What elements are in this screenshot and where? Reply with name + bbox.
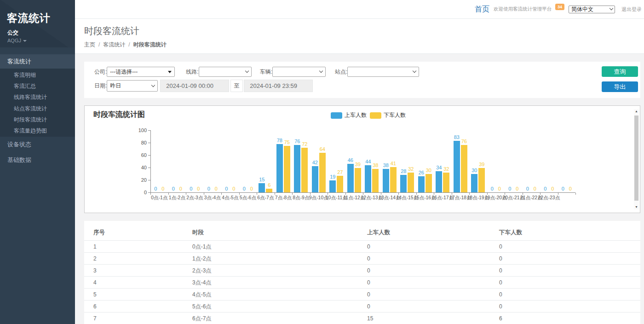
bar-boarding [312, 166, 318, 192]
y-tick [148, 168, 150, 168]
sidebar-subitem-2[interactable]: 线路客流统计 [0, 92, 75, 103]
table-cell: 5 [84, 289, 192, 300]
table-row: 32点-3点00 [84, 265, 640, 277]
bar-boarding [418, 176, 425, 192]
bar-chart: 0204060801000点-1点001点-2点002点-3点003点-4点00… [85, 106, 640, 213]
logout-link[interactable]: 退出登录 [621, 6, 642, 13]
table-header: 序号 时段 上车人数 下车人数 [84, 221, 640, 241]
sidebar-item-device-status[interactable]: 设备状态 [0, 137, 75, 152]
table-cell: 0 [499, 241, 640, 252]
caret-down-icon [23, 40, 27, 42]
line-select[interactable] [199, 67, 252, 77]
bar-value-label: 32 [440, 166, 453, 172]
bar-alighting [337, 176, 343, 193]
org-code-dropdown[interactable]: AQGJ [7, 38, 75, 43]
table-cell: 6点-7点 [192, 312, 367, 324]
date-label: 日期: [94, 82, 107, 90]
table-cell: 5点-6点 [192, 301, 367, 312]
date-preset-select[interactable]: 昨日 [107, 80, 158, 92]
bar-alighting [478, 168, 485, 192]
sidebar-header: 客流统计 公交 AQGJ [0, 0, 75, 47]
scrollbar-thumb[interactable] [634, 116, 638, 201]
language-select[interactable]: 简体中文 [569, 6, 615, 13]
org-name: 公交 [7, 29, 75, 37]
bar-boarding [471, 174, 477, 193]
chart-panel: 时段车流统计图 上车人数 下车人数 0204060801000点-1点001点-… [84, 105, 640, 213]
y-axis-line [150, 130, 151, 192]
table-row: 10点-1点00 [84, 241, 640, 253]
chart-scrollbar[interactable]: ▲ ▼ [634, 109, 639, 209]
col-header-alighting: 下车人数 [499, 229, 640, 237]
scrollbar-down-arrow[interactable]: ▼ [634, 205, 639, 209]
date-from-input[interactable]: 2024-01-09 00:00 [160, 80, 229, 92]
sidebar-subitem-1[interactable]: 客流汇总 [0, 81, 75, 92]
bar-value-label: 27 [334, 169, 346, 175]
table-cell: 0 [367, 301, 499, 312]
home-link[interactable]: 首页 [475, 5, 489, 14]
table-cell: 0 [499, 277, 640, 288]
bar-boarding [365, 165, 371, 192]
bar-value-label: 39 [476, 162, 488, 167]
sidebar-subitem-5[interactable]: 客流量趋势图 [0, 125, 75, 136]
breadcrumb-home[interactable]: 主页 [84, 41, 95, 48]
topbar: 首页 欢迎使用客流统计管理平台 34 简体中文 退出登录 [75, 0, 644, 19]
bar-alighting [390, 167, 397, 192]
bar-boarding [400, 175, 407, 192]
breadcrumb-current: 时段客流统计 [133, 41, 167, 48]
vehicle-select[interactable] [272, 67, 326, 77]
table-row: 65点-6点00 [84, 301, 640, 312]
bar-alighting [301, 148, 308, 192]
y-tick [148, 180, 150, 180]
bar-value-label: 64 [316, 146, 328, 152]
page-header: 时段客流统计 主页/客流统计/时段客流统计 [75, 19, 644, 54]
export-button[interactable]: 导出 [602, 81, 638, 92]
x-axis-label: 22点-23点 [533, 195, 564, 201]
table-cell: 0 [367, 289, 499, 300]
bar-alighting [372, 169, 379, 192]
table-row: 21点-2点00 [84, 253, 640, 265]
sidebar-item-base-data[interactable]: 基础数据 [0, 152, 75, 168]
dropdown-arrow-icon [168, 71, 172, 73]
query-button[interactable]: 查询 [602, 66, 638, 77]
table-cell: 2点-3点 [192, 265, 367, 276]
sidebar-group-passenger-stats[interactable]: 客流统计 [0, 54, 75, 69]
x-tick [575, 193, 576, 195]
table-cell: 1 [84, 241, 192, 252]
table-cell: 0 [367, 265, 499, 276]
bar-boarding [454, 141, 460, 192]
scrollbar-up-arrow[interactable]: ▲ [634, 109, 639, 114]
station-select[interactable] [347, 67, 419, 77]
vehicle-label: 车辆: [260, 68, 272, 76]
table-cell: 0 [367, 241, 499, 252]
bar-value-label: 0 [564, 186, 576, 191]
table-cell: 3 [84, 265, 192, 276]
y-axis-label: 40 [131, 165, 147, 170]
table-cell: 2 [84, 253, 192, 264]
bar-alighting [355, 168, 361, 192]
col-header-boarding: 上车人数 [367, 229, 499, 237]
bar-alighting [319, 153, 326, 192]
bar-alighting [284, 146, 290, 192]
date-to-input[interactable]: 2024-01-09 23:59 [244, 80, 313, 92]
sidebar-subitem-3[interactable]: 站点客流统计 [0, 103, 75, 114]
chevron-down-icon [151, 83, 155, 87]
bar-value-label: 15 [256, 177, 268, 182]
company-select[interactable]: ---请选择--- [107, 67, 175, 77]
table-cell: 15 [367, 312, 499, 324]
app-title: 客流统计 [7, 12, 75, 24]
station-label: 站点: [335, 68, 347, 76]
content: 公司: ---请选择--- 线路: 车辆: 站点: 日期: 昨日 2024-01… [75, 54, 644, 324]
line-label: 线路: [186, 68, 198, 76]
sidebar-subitem-4[interactable]: 时段客流统计 [0, 114, 75, 125]
table-cell: 0 [499, 289, 640, 300]
y-axis-label: 20 [131, 177, 147, 183]
sidebar-subitem-0[interactable]: 客流明细 [0, 69, 75, 81]
data-table: 序号 时段 上车人数 下车人数 10点-1点0021点-2点0032点-3点00… [84, 221, 640, 324]
breadcrumb-section[interactable]: 客流统计 [103, 41, 125, 48]
bar-boarding [436, 171, 442, 192]
breadcrumb: 主页/客流统计/时段客流统计 [84, 41, 644, 49]
welcome-text: 欢迎使用客流统计管理平台 [494, 6, 552, 12]
y-tick [148, 155, 150, 156]
main-area: 首页 欢迎使用客流统计管理平台 34 简体中文 退出登录 时段客流统计 主页/客… [75, 0, 644, 324]
table-cell: 0 [367, 277, 499, 288]
